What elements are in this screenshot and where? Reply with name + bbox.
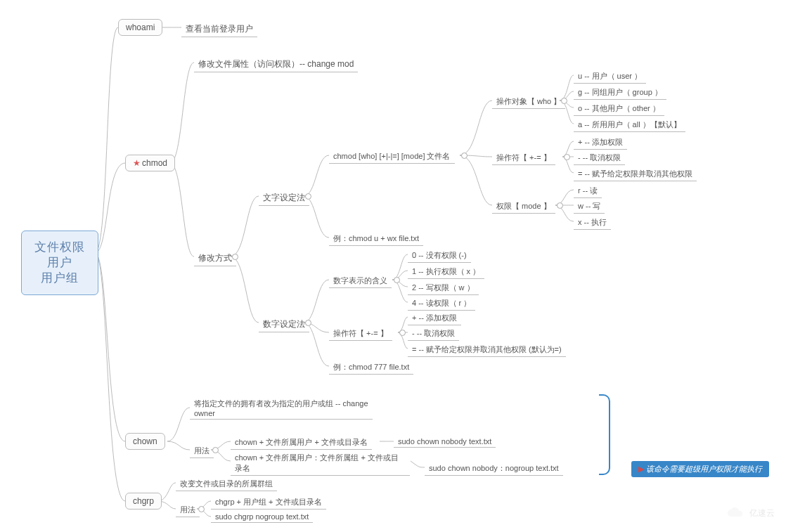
node-num-example[interactable]: 例：chmod 777 file.txt — [329, 361, 413, 375]
star-icon: ★ — [133, 158, 141, 168]
node-num-4[interactable]: 4 -- 读权限（ r ） — [408, 297, 475, 311]
node-who-g[interactable]: g -- 同组用户（ group ） — [574, 86, 666, 100]
watermark-text: 亿速云 — [749, 507, 775, 519]
node-chown-u2[interactable]: chown + 文件所属用户：文件所属组 + 文件或目录名 — [231, 451, 410, 476]
triangle-icon: ▶ — [638, 465, 644, 473]
leaf: + -- 添加权限 — [574, 136, 627, 150]
txt: chmod — [142, 158, 167, 168]
leaf: r -- 读 — [574, 184, 602, 198]
expand-dot[interactable] — [557, 202, 563, 209]
node-who-u[interactable]: u -- 用户（ user ） — [574, 70, 646, 84]
node-mode-w[interactable]: w -- 写 — [574, 200, 605, 214]
node-op-eq[interactable]: = -- 赋予给定权限并取消其他权限 — [574, 167, 697, 181]
leaf: = -- 赋予给定权限并取消其他权限 — [574, 167, 697, 181]
node-nop-sub[interactable]: - -- 取消权限 — [408, 327, 459, 341]
root-line3: 用户组 — [34, 271, 85, 286]
leaf: = -- 赋予给定权限并取消其他权限 (默认为=) — [408, 343, 566, 357]
node-mode[interactable]: 权限【 mode 】 — [492, 200, 555, 214]
leaf: chown + 文件所属用户 + 文件或目录名 — [231, 436, 372, 450]
leaf: chgrp + 用户组 + 文件或目录名 — [211, 495, 326, 510]
node-chgrp[interactable]: chgrp — [125, 493, 162, 510]
callout-chown[interactable]: ▶该命令需要超级用户权限才能执行 — [631, 461, 769, 477]
node-chown-u2ex[interactable]: sudo chown nobody：nogroup text.txt — [425, 462, 563, 476]
node-who[interactable]: 操作对象【 who 】 — [492, 95, 565, 109]
node-who-a[interactable]: a -- 所用用户（ all ）【默认】 — [574, 118, 685, 132]
leaf: 0 -- 没有权限 (-) — [408, 249, 471, 263]
node-chown-desc[interactable]: 将指定文件的拥有者改为指定的用户或组 -- change owner — [190, 397, 373, 420]
node-text-method[interactable]: 文字设定法 — [259, 190, 309, 206]
node-mode-r[interactable]: r -- 读 — [574, 184, 602, 198]
node-op-add[interactable]: + -- 添加权限 — [574, 136, 627, 150]
root-line2: 用户 — [34, 255, 85, 271]
node-text-syntax[interactable]: chmod [who] [+|-|=] [mode] 文件名 — [329, 150, 455, 164]
node-num-0[interactable]: 0 -- 没有权限 (-) — [408, 249, 471, 263]
node-chown-u1ex[interactable]: sudo chown nobody text.txt — [394, 436, 496, 448]
label: whoami — [118, 19, 162, 36]
leaf: sudo chgrp nogroup text.txt — [211, 511, 313, 523]
node-whoami-desc[interactable]: 查看当前登录用户 — [181, 22, 257, 37]
expand-dot[interactable] — [564, 154, 570, 160]
leaf: sudo chown nobody：nogroup text.txt — [425, 462, 563, 476]
expand-dot[interactable] — [232, 254, 238, 260]
expand-dot[interactable] — [561, 98, 567, 104]
node-nop-eq[interactable]: = -- 赋予给定权限并取消其他权限 (默认为=) — [408, 343, 566, 357]
summary-bracket — [599, 394, 610, 475]
node-chgrp-desc[interactable]: 改变文件或目录的所属群组 — [176, 477, 277, 491]
leaf: 用法 — [190, 444, 214, 458]
node-num-method[interactable]: 数字设定法 — [259, 317, 309, 332]
node-chgrp-usage[interactable]: 用法 — [176, 503, 200, 517]
root-box: 文件权限 用户 用户组 — [21, 231, 98, 295]
label: chown — [125, 433, 165, 450]
node-whoami[interactable]: whoami — [118, 19, 162, 36]
node-who-o[interactable]: o -- 其他用户（ other ） — [574, 102, 664, 116]
expand-dot[interactable] — [305, 320, 311, 326]
leaf: sudo chown nobody text.txt — [394, 436, 496, 448]
node-num-2[interactable]: 2 -- 写权限（ w ） — [408, 281, 479, 295]
expand-dot[interactable] — [399, 330, 406, 336]
node-op-sub[interactable]: - -- 取消权限 — [574, 151, 625, 165]
node-chmod[interactable]: ★chmod — [125, 155, 175, 171]
leaf: o -- 其他用户（ other ） — [574, 102, 664, 116]
node-chgrp-u2[interactable]: sudo chgrp nogroup text.txt — [211, 511, 313, 523]
node-num-op[interactable]: 操作符【 +-= 】 — [329, 327, 392, 341]
leaf: w -- 写 — [574, 200, 605, 214]
node-num-1[interactable]: 1 -- 执行权限（ x ） — [408, 265, 484, 279]
cloud-icon — [726, 507, 747, 519]
node-chown[interactable]: chown — [125, 433, 165, 450]
node-num-meaning[interactable]: 数字表示的含义 — [329, 274, 392, 288]
expand-dot[interactable] — [461, 153, 468, 159]
expand-dot[interactable] — [212, 447, 219, 453]
leaf: - -- 取消权限 — [408, 327, 459, 341]
leaf: 用法 — [176, 503, 200, 517]
node-chown-usage[interactable]: 用法 — [190, 444, 214, 458]
expand-dot[interactable] — [198, 506, 205, 512]
leaf: 例：chmod u + wx file.txt — [329, 232, 423, 246]
leaf: 操作符【 +-= 】 — [329, 327, 392, 341]
label: ★chmod — [125, 155, 175, 171]
leaf: g -- 同组用户（ group ） — [574, 86, 666, 100]
leaf: u -- 用户（ user ） — [574, 70, 646, 84]
leaf: chmod [who] [+|-|=] [mode] 文件名 — [329, 150, 455, 164]
root-node[interactable]: 文件权限 用户 用户组 — [21, 231, 98, 295]
node-chown-u1[interactable]: chown + 文件所属用户 + 文件或目录名 — [231, 436, 372, 450]
leaf: 权限【 mode 】 — [492, 200, 555, 214]
node-chmod-desc[interactable]: 修改文件属性（访问权限）-- change mod — [194, 57, 358, 72]
node-mod-way[interactable]: 修改方式 — [194, 251, 236, 266]
leaf: 操作对象【 who 】 — [492, 95, 565, 109]
node-mode-x[interactable]: x -- 执行 — [574, 216, 611, 230]
node-nop-add[interactable]: + -- 添加权限 — [408, 311, 461, 325]
txt: 该命令需要超级用户权限才能执行 — [646, 465, 762, 473]
expand-dot[interactable] — [305, 193, 311, 200]
leaf: chown + 文件所属用户：文件所属组 + 文件或目录名 — [231, 451, 410, 476]
leaf: 修改方式 — [194, 251, 236, 266]
leaf: - -- 取消权限 — [574, 151, 625, 165]
expand-dot[interactable] — [394, 277, 400, 283]
leaf: 修改文件属性（访问权限）-- change mod — [194, 57, 358, 72]
node-chgrp-u1[interactable]: chgrp + 用户组 + 文件或目录名 — [211, 495, 326, 510]
node-text-example[interactable]: 例：chmod u + wx file.txt — [329, 232, 423, 246]
node-op[interactable]: 操作符【 +-= 】 — [492, 151, 555, 165]
leaf: a -- 所用用户（ all ）【默认】 — [574, 118, 685, 132]
leaf: 2 -- 写权限（ w ） — [408, 281, 479, 295]
leaf: 数字设定法 — [259, 317, 309, 332]
leaf: 查看当前登录用户 — [181, 22, 257, 37]
